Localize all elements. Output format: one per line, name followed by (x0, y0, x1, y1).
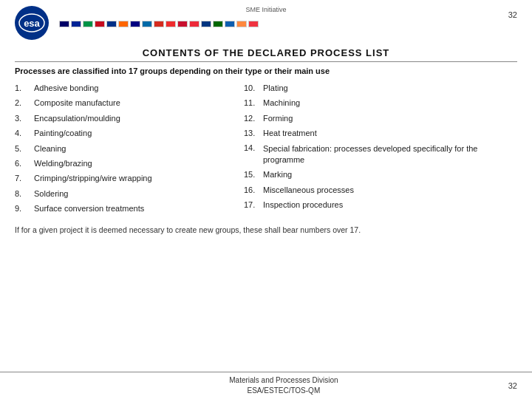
list-item: 10. Plating (244, 83, 517, 94)
list-item: 17. Inspection procedures (244, 200, 517, 211)
item-num: 8. (15, 188, 31, 200)
list-item: 14. Special fabrication: processes devel… (244, 143, 517, 166)
item-num: 10. (244, 83, 260, 94)
item-num: 3. (15, 113, 31, 124)
item-label: Heat treatment (263, 128, 317, 139)
left-column: 1. Adhesive bonding 2. Composite manufac… (15, 83, 244, 219)
item-num: 14. (244, 143, 260, 166)
item-label: Adhesive bonding (34, 83, 98, 94)
list-item: 7. Crimping/stripping/wire wrapping (15, 173, 244, 184)
item-num: 1. (15, 83, 31, 94)
item-num: 17. (244, 200, 260, 211)
logo-area: esa (15, 6, 259, 40)
item-label: Welding/brazing (34, 158, 92, 169)
list-item: 15. Marking (244, 169, 517, 180)
item-label: Forming (263, 113, 293, 124)
list-item: 9. Surface conversion treatments (15, 203, 244, 214)
item-label: Soldering (34, 188, 68, 200)
esa-logo: esa (15, 6, 49, 40)
item-num: 12. (244, 113, 260, 124)
item-num: 9. (15, 203, 31, 214)
item-label: Surface conversion treatments (34, 203, 144, 214)
footer-note: If for a given project it is deemed nece… (15, 225, 517, 236)
item-num: 6. (15, 158, 31, 169)
list-item: 16. Miscellaneous processes (244, 185, 517, 196)
item-num: 15. (244, 169, 260, 180)
sme-label: SME Initiative (245, 6, 286, 13)
item-label: Crimping/stripping/wire wrapping (34, 173, 152, 184)
item-label: Plating (263, 83, 288, 94)
list-item: 4. Painting/coating (15, 128, 244, 139)
item-num: 4. (15, 128, 31, 139)
content-grid: 1. Adhesive bonding 2. Composite manufac… (15, 83, 517, 219)
item-num: 11. (244, 98, 260, 109)
item-label: Machining (263, 98, 300, 109)
item-num: 2. (15, 98, 31, 109)
footer-page-num: 32 (508, 381, 517, 390)
item-label: Encapsulation/moulding (34, 113, 120, 124)
footer-center: Materials and Processes Division ESA/EST… (229, 375, 338, 396)
item-label: Painting/coating (34, 128, 92, 139)
right-column: 10. Plating 11. Machining 12. Forming 13… (244, 83, 517, 219)
item-label: Marking (263, 169, 292, 180)
top-divider (15, 61, 517, 62)
footer-line2: ESA/ESTEC/TOS-QM (229, 386, 338, 396)
item-label: Cleaning (34, 143, 66, 154)
list-item: 5. Cleaning (15, 143, 244, 154)
item-label: Inspection procedures (263, 200, 343, 211)
list-item: 6. Welding/brazing (15, 158, 244, 169)
list-item: 3. Encapsulation/moulding (15, 113, 244, 124)
footer-bar: Materials and Processes Division ESA/EST… (0, 372, 532, 399)
flag-container (53, 19, 259, 27)
item-num: 5. (15, 143, 31, 154)
item-label: Miscellaneous processes (263, 185, 354, 196)
list-item: 2. Composite manufacture (15, 98, 244, 109)
page-number: 32 (508, 10, 517, 19)
subtitle: Processes are classified into 17 groups … (15, 66, 517, 75)
page-title: CONTENTS OF THE DECLARED PROCESS LIST (0, 47, 532, 58)
list-item: 13. Heat treatment (244, 128, 517, 139)
footer-line1: Materials and Processes Division (229, 375, 338, 386)
item-label: Special fabrication: processes developed… (263, 143, 517, 166)
item-num: 13. (244, 128, 260, 139)
header: esa (0, 0, 532, 43)
svg-text:esa: esa (24, 18, 40, 29)
list-item: 11. Machining (244, 98, 517, 109)
item-label: Composite manufacture (34, 98, 120, 109)
item-num: 16. (244, 185, 260, 196)
list-item: 12. Forming (244, 113, 517, 124)
flags-row (59, 21, 259, 27)
item-num: 7. (15, 173, 31, 184)
list-item: 8. Soldering (15, 188, 244, 200)
list-item: 1. Adhesive bonding (15, 83, 244, 94)
